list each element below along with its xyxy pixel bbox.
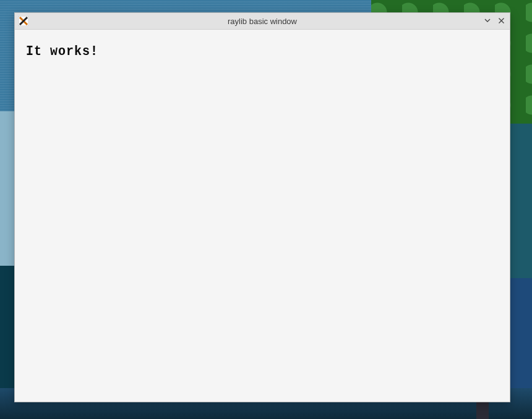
x11-logo-icon bbox=[18, 15, 29, 27]
close-icon bbox=[498, 15, 505, 27]
window-title: raylib basic window bbox=[15, 17, 510, 26]
client-area: It works! bbox=[15, 30, 510, 402]
close-button[interactable] bbox=[494, 14, 508, 28]
app-window: raylib basic window bbox=[14, 12, 510, 402]
message-text: It works! bbox=[26, 43, 98, 59]
chevron-down-icon bbox=[484, 15, 491, 27]
wallpaper-decor bbox=[507, 124, 532, 278]
titlebar-controls bbox=[481, 13, 508, 29]
titlebar[interactable]: raylib basic window bbox=[15, 13, 510, 30]
desktop-wallpaper: raylib basic window bbox=[0, 0, 532, 419]
minimize-button[interactable] bbox=[481, 14, 494, 28]
